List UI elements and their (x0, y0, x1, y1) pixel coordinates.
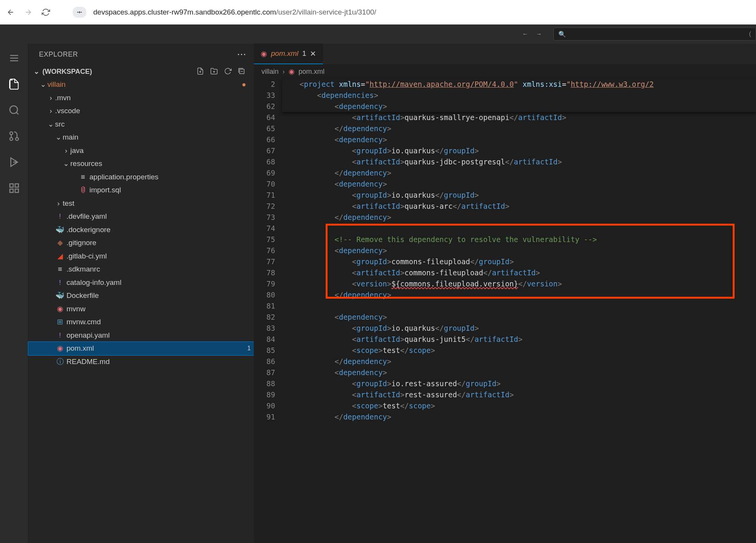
svg-point-3 (10, 132, 13, 135)
tree-folder-vscode[interactable]: ›.vscode (28, 104, 254, 118)
close-icon[interactable]: ✕ (310, 49, 316, 58)
tree-file-catalog[interactable]: !catalog-info.yaml (28, 276, 254, 289)
windows-icon: ⊞ (55, 317, 65, 328)
code-line: <scope>test</scope> (282, 400, 756, 411)
code-line: <dependencies> (282, 90, 756, 101)
editor-forward-icon[interactable]: → (536, 31, 542, 37)
code-line: </dependency> (282, 123, 756, 134)
code-line (282, 301, 756, 312)
refresh-icon[interactable] (224, 67, 232, 76)
tree-file-dockerignore[interactable]: 🐳.dockerignore (28, 223, 254, 237)
code-line: <artifactId>quarkus-smallrye-openapi</ar… (282, 112, 756, 123)
editor-pane: ◉ pom.xml 1 ✕ villain › ◉ pom.xml 2 33 6… (254, 44, 756, 543)
tree-file-app-props[interactable]: ≡application.properties (28, 171, 254, 184)
code-line: <artifactId>rest-assured</artifactId> (282, 389, 756, 400)
svg-point-4 (15, 138, 18, 141)
code-line: <groupId>io.quarkus</groupId> (282, 145, 756, 156)
code-line: <dependency> (282, 312, 756, 323)
tree-file-readme[interactable]: ⓘREADME.md (28, 355, 254, 369)
command-search[interactable]: 🔍 ( (553, 28, 756, 41)
tab-pom-xml[interactable]: ◉ pom.xml 1 ✕ (254, 44, 323, 64)
maven-icon: ◉ (55, 304, 65, 315)
breadcrumb-folder: villain (261, 68, 279, 76)
breadcrumb-file: pom.xml (299, 68, 324, 76)
back-button[interactable] (5, 7, 16, 18)
code-line: <artifactId>commons-fileupload</artifact… (282, 267, 756, 278)
search-activity-icon[interactable] (7, 103, 21, 117)
svg-rect-9 (15, 184, 18, 187)
site-info-badge[interactable] (73, 7, 86, 18)
explorer-title: EXPLORER (39, 50, 78, 59)
code-line (282, 223, 756, 234)
yaml-icon: ! (55, 211, 65, 222)
sidebar: EXPLORER ⋯ ⌄ (WORKSPACE) ⌄villain● ›.mvn… (28, 44, 254, 543)
tree-folder-mvn[interactable]: ›.mvn (28, 91, 254, 105)
code-content[interactable]: <project xmlns="http://maven.apache.org/… (282, 79, 756, 423)
code-line: <artifactId>quarkus-arc</artifactId> (282, 201, 756, 212)
svg-rect-8 (15, 189, 18, 193)
source-control-icon[interactable] (7, 129, 21, 143)
tree-file-gitlab[interactable]: ◢.gitlab-ci.yml (28, 250, 254, 263)
code-line: <version>${commons.fileupload.version}</… (282, 278, 756, 289)
code-line: </dependency> (282, 411, 756, 423)
code-line: </dependency> (282, 356, 756, 367)
browser-toolbar: devspaces.apps.cluster-rw97m.sandbox266.… (0, 0, 756, 24)
problems-badge: 1 (244, 344, 254, 353)
code-line: <scope>test</scope> (282, 345, 756, 356)
url-host: devspaces.apps.cluster-rw97m.sandbox266.… (93, 8, 276, 16)
tree-file-pom[interactable]: ◉pom.xml1 (28, 342, 254, 355)
code-line: <groupId>io.quarkus</groupId> (282, 323, 756, 334)
svg-rect-6 (10, 184, 13, 187)
code-line: <dependency> (282, 101, 756, 112)
tree-folder-resources[interactable]: ⌄resources (28, 157, 254, 171)
database-icon: 🛢 (78, 185, 88, 196)
tree-file-import-sql[interactable]: 🛢import.sql (28, 184, 254, 197)
activity-bar (0, 44, 28, 543)
new-folder-icon[interactable] (210, 67, 219, 76)
code-line: <project xmlns="http://maven.apache.org/… (282, 79, 756, 90)
svg-point-5 (10, 138, 13, 141)
code-line: <dependency> (282, 245, 756, 256)
editor-back-icon[interactable]: ← (522, 31, 528, 37)
workspace-section[interactable]: ⌄ (WORKSPACE) (28, 65, 254, 78)
tree-file-devfile[interactable]: !.devfile.yaml (28, 210, 254, 223)
file-tree: ⌄villain● ›.mvn ›.vscode ⌄src ⌄main ›jav… (28, 78, 254, 376)
collapse-all-icon[interactable] (238, 67, 246, 76)
breadcrumb[interactable]: villain › ◉ pom.xml (254, 64, 756, 79)
code-editor[interactable]: 2 33 62 64 65 66 67 68 69 70 71 72 73 74… (254, 79, 756, 423)
maven-icon: ◉ (289, 67, 295, 76)
svg-rect-7 (10, 189, 13, 193)
menu-icon[interactable] (7, 51, 21, 65)
code-line: <artifactId>quarkus-jdbc-postgresql</art… (282, 156, 756, 167)
yaml-icon: ! (55, 277, 65, 288)
tree-folder-java[interactable]: ›java (28, 144, 254, 158)
run-debug-icon[interactable] (7, 155, 21, 169)
tree-file-openapi[interactable]: !openapi.yaml (28, 329, 254, 342)
tree-file-mvnw-cmd[interactable]: ⊞mvnw.cmd (28, 315, 254, 329)
gitlab-icon: ◢ (55, 251, 65, 262)
sidebar-more-icon[interactable]: ⋯ (237, 49, 247, 60)
tree-folder-test[interactable]: ›test (28, 197, 254, 210)
new-file-icon[interactable] (196, 67, 205, 76)
workspace-label: (WORKSPACE) (42, 68, 92, 76)
explorer-icon[interactable] (7, 77, 21, 91)
extensions-icon[interactable] (7, 181, 21, 195)
docker-icon: 🐳 (55, 224, 65, 236)
tree-folder-root[interactable]: ⌄villain● (28, 78, 254, 91)
reload-button[interactable] (41, 7, 51, 18)
maven-icon: ◉ (55, 343, 65, 354)
tree-file-mvnw[interactable]: ◉mvnw (28, 302, 254, 316)
code-line: <dependency> (282, 134, 756, 145)
tree-file-dockerfile[interactable]: 🐳Dockerfile (28, 289, 254, 302)
tree-file-gitignore[interactable]: ◆.gitignore (28, 236, 254, 250)
forward-button[interactable] (23, 7, 34, 18)
code-line: <artifactId>quarkus-junit5</artifactId> (282, 334, 756, 345)
tree-folder-main[interactable]: ⌄main (28, 131, 254, 144)
url-path: /user2/villain-service-jt1u/3100/ (276, 8, 376, 16)
code-line: <!-- Remove this dependency to resolve t… (282, 234, 756, 245)
svg-point-2 (10, 106, 17, 114)
lines-icon: ≡ (78, 172, 88, 183)
tree-file-sdkmanrc[interactable]: ≡.sdkmanrc (28, 263, 254, 276)
address-bar[interactable]: devspaces.apps.cluster-rw97m.sandbox266.… (93, 8, 376, 16)
tree-folder-src[interactable]: ⌄src (28, 118, 254, 131)
